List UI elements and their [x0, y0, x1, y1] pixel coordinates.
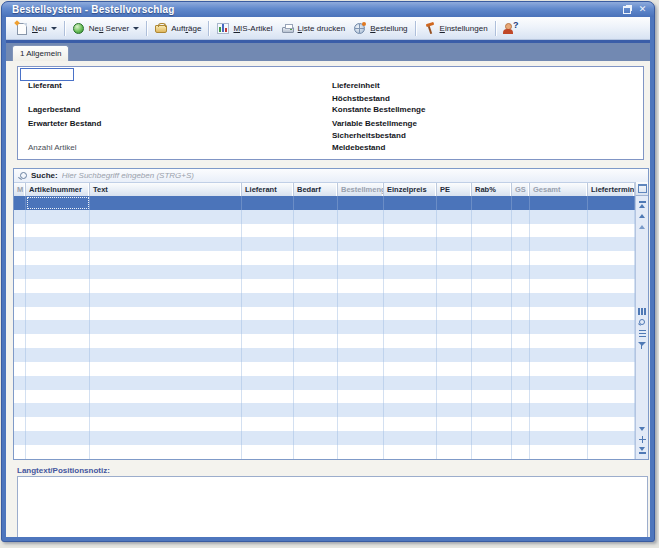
tab-allgemein[interactable]: 1 Allgemein — [12, 45, 69, 61]
article-grid: Suche: MArtikelnummerTextLieferantBedarf… — [13, 168, 649, 460]
column-header-bestellmenge[interactable]: Bestellmenge — [338, 183, 384, 196]
grid-row[interactable] — [14, 210, 635, 224]
print-list-button[interactable]: Liste drucken — [277, 21, 350, 36]
dropdown-arrow-icon[interactable] — [51, 27, 57, 30]
grid-cell — [14, 334, 26, 348]
grid-cell — [242, 265, 294, 279]
grid-row[interactable] — [14, 362, 635, 376]
toolbar: Neu Neu Server Aufträge MIS-Artike — [6, 17, 650, 40]
grid-row[interactable] — [14, 431, 635, 445]
column-header-rab-[interactable]: Rab% — [472, 183, 512, 196]
restore-button[interactable] — [620, 4, 633, 15]
grid-row[interactable] — [14, 320, 635, 334]
grid-row[interactable] — [14, 334, 635, 348]
grid-row[interactable] — [14, 265, 635, 279]
grid-cell — [26, 445, 90, 459]
grid-cell — [26, 237, 90, 251]
grid-row[interactable] — [14, 307, 635, 321]
grid-row[interactable] — [14, 279, 635, 293]
grid-cell — [437, 348, 472, 362]
page-up-icon[interactable] — [638, 210, 647, 221]
detail-groupbox: Lieferant Lagerbestand Erwarteter Bestan… — [17, 66, 644, 160]
grid-cell — [472, 320, 512, 334]
grid-cell — [472, 417, 512, 431]
grid-cell — [242, 376, 294, 390]
last-row-icon[interactable] — [638, 445, 647, 456]
grid-cell — [588, 376, 635, 390]
close-button[interactable]: ✕ — [636, 4, 649, 15]
grid-cell — [26, 390, 90, 404]
grid-cell — [14, 251, 26, 265]
column-header-gs[interactable]: GS — [512, 183, 530, 196]
grid-cell — [472, 376, 512, 390]
form-label-variable-bestellmenge: Variable Bestellmenge — [332, 119, 417, 128]
grid-cell — [90, 237, 242, 251]
grid-cell — [26, 403, 90, 417]
toolbar-separator — [64, 21, 65, 36]
grid-row[interactable] — [14, 251, 635, 265]
grid-cell — [242, 417, 294, 431]
grid-cell — [530, 293, 588, 307]
list-icon[interactable] — [638, 328, 647, 339]
grid-cell — [14, 403, 26, 417]
grid-cell — [588, 320, 635, 334]
orders-button[interactable]: Aufträge — [150, 21, 205, 36]
mis-artikel-button[interactable]: MIS-Artikel — [212, 21, 276, 36]
grid-cell — [588, 279, 635, 293]
grid-row[interactable] — [14, 348, 635, 362]
column-header-gesamt[interactable]: Gesamt — [530, 183, 588, 196]
grid-row[interactable] — [14, 403, 635, 417]
title-bar[interactable]: Bestellsystem - Bestellvorschlag ✕ — [2, 2, 654, 17]
grid-row[interactable] — [14, 445, 635, 459]
grid-cell — [437, 196, 472, 210]
grid-row[interactable] — [14, 293, 635, 307]
grid-cell — [384, 265, 437, 279]
grid-cell — [338, 445, 384, 459]
grid-cell — [472, 196, 512, 210]
grid-cell — [338, 307, 384, 321]
column-header-m[interactable]: M — [14, 183, 26, 196]
grid-cell — [472, 445, 512, 459]
search-input[interactable] — [62, 171, 648, 180]
column-header-pe[interactable]: PE — [437, 183, 472, 196]
column-header-einzelpreis[interactable]: Einzelpreis — [384, 183, 437, 196]
grid-cell — [242, 224, 294, 238]
new-server-button[interactable]: Neu Server — [68, 21, 143, 36]
filter-icon[interactable] — [638, 339, 647, 350]
column-header-lieferant[interactable]: Lieferant — [242, 183, 294, 196]
column-header-text[interactable]: Text — [90, 183, 242, 196]
grid-row[interactable] — [14, 196, 635, 210]
row-up-icon[interactable] — [638, 221, 647, 232]
column-header-artikelnummer[interactable]: Artikelnummer — [26, 183, 90, 196]
help-button[interactable]: ? — [499, 21, 524, 36]
dropdown-arrow-icon[interactable] — [133, 27, 139, 30]
grid-cell — [242, 196, 294, 210]
first-row-icon[interactable] — [638, 199, 647, 210]
column-header-liefertermin[interactable]: Liefertermin — [588, 183, 635, 196]
longtext-textarea[interactable] — [17, 476, 648, 537]
grid-cell — [437, 293, 472, 307]
grid-cell — [588, 348, 635, 362]
grid-row[interactable] — [14, 237, 635, 251]
lieferant-filter-input[interactable] — [20, 68, 74, 81]
grid-cell — [384, 210, 437, 224]
grid-cell — [530, 265, 588, 279]
columns-icon[interactable] — [638, 306, 647, 317]
column-chooser-button[interactable] — [635, 182, 648, 196]
search-row-icon[interactable] — [638, 317, 647, 328]
column-header-bedarf[interactable]: Bedarf — [294, 183, 338, 196]
grid-row[interactable] — [14, 376, 635, 390]
grid-row[interactable] — [14, 224, 635, 238]
grid-cell — [588, 307, 635, 321]
grid-cell — [242, 403, 294, 417]
grid-row[interactable] — [14, 417, 635, 431]
new-button[interactable]: Neu — [11, 21, 61, 36]
center-row-icon[interactable] — [638, 434, 647, 445]
grid-cell — [242, 334, 294, 348]
grid-row[interactable] — [14, 390, 635, 404]
grid-cell — [26, 293, 90, 307]
grid-cell — [437, 265, 472, 279]
order-button[interactable]: Bestellung — [349, 21, 411, 36]
settings-button[interactable]: Einstellungen — [419, 21, 492, 36]
row-down-icon[interactable] — [638, 423, 647, 434]
